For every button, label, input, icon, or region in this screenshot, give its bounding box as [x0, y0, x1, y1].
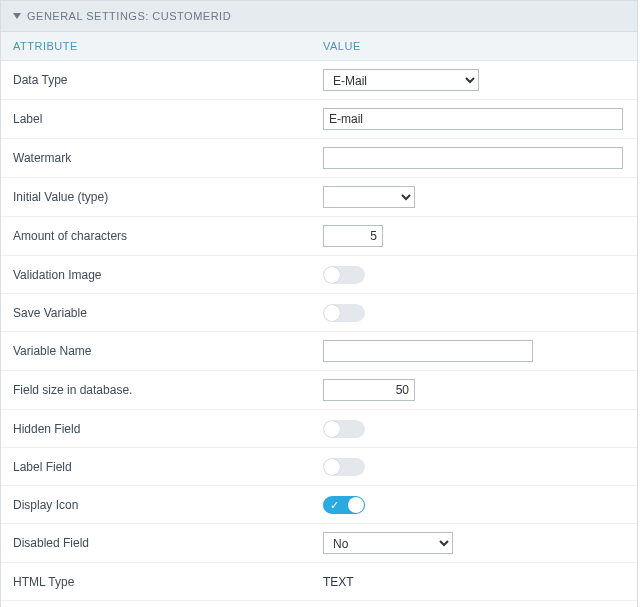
row-html-type: HTML Type TEXT	[1, 563, 637, 601]
display-icon-toggle[interactable]: ✓	[323, 496, 365, 514]
row-hidden-field: Hidden Field	[1, 410, 637, 448]
label-hidden-field: Hidden Field	[13, 422, 323, 436]
row-data-type: Data Type E-Mail	[1, 61, 637, 100]
label-amount-chars: Amount of characters	[13, 229, 323, 243]
label-html-type: HTML Type	[13, 575, 323, 589]
panel-title: GENERAL SETTINGS: CUSTOMERID	[27, 10, 231, 22]
variable-name-input[interactable]	[323, 340, 533, 362]
hidden-field-toggle[interactable]	[323, 420, 365, 438]
label-display-icon: Display Icon	[13, 498, 323, 512]
watermark-input[interactable]	[323, 147, 623, 169]
row-initial-value: Initial Value (type)	[1, 178, 637, 217]
row-amount-chars: Amount of characters	[1, 217, 637, 256]
columns-header: ATTRIBUTE VALUE	[1, 32, 637, 61]
label-watermark: Watermark	[13, 151, 323, 165]
amount-chars-input[interactable]	[323, 225, 383, 247]
row-display-icon: Display Icon ✓	[1, 486, 637, 524]
html-type-value: TEXT	[323, 575, 354, 589]
row-field-size: Field size in database.	[1, 371, 637, 410]
label-field-toggle[interactable]	[323, 458, 365, 476]
row-variable-name: Variable Name	[1, 332, 637, 371]
column-attribute: ATTRIBUTE	[13, 40, 323, 52]
row-save-variable: Save Variable	[1, 294, 637, 332]
label-data-type: Data Type	[13, 73, 323, 87]
label-validation-image: Validation Image	[13, 268, 323, 282]
validation-image-toggle[interactable]	[323, 266, 365, 284]
data-type-select[interactable]: E-Mail	[323, 69, 479, 91]
column-value: VALUE	[323, 40, 625, 52]
disabled-field-select[interactable]: No	[323, 532, 453, 554]
general-settings-panel: GENERAL SETTINGS: CUSTOMERID ATTRIBUTE V…	[0, 0, 638, 607]
row-label: Label	[1, 100, 637, 139]
save-variable-toggle[interactable]	[323, 304, 365, 322]
label-label: Label	[13, 112, 323, 126]
initial-value-select[interactable]	[323, 186, 415, 208]
row-disabled-field: Disabled Field No	[1, 524, 637, 563]
label-input[interactable]	[323, 108, 623, 130]
label-field-size: Field size in database.	[13, 383, 323, 397]
label-disabled-field: Disabled Field	[13, 536, 323, 550]
row-validation-image: Validation Image	[1, 256, 637, 294]
field-size-input[interactable]	[323, 379, 415, 401]
panel-header[interactable]: GENERAL SETTINGS: CUSTOMERID	[1, 1, 637, 32]
label-label-field: Label Field	[13, 460, 323, 474]
label-save-variable: Save Variable	[13, 306, 323, 320]
label-variable-name: Variable Name	[13, 344, 323, 358]
row-watermark: Watermark	[1, 139, 637, 178]
row-sql-type: SQL Type VARCHAR	[1, 601, 637, 607]
collapse-icon	[13, 13, 21, 19]
label-initial-value: Initial Value (type)	[13, 190, 323, 204]
row-label-field: Label Field	[1, 448, 637, 486]
check-icon: ✓	[330, 498, 339, 512]
